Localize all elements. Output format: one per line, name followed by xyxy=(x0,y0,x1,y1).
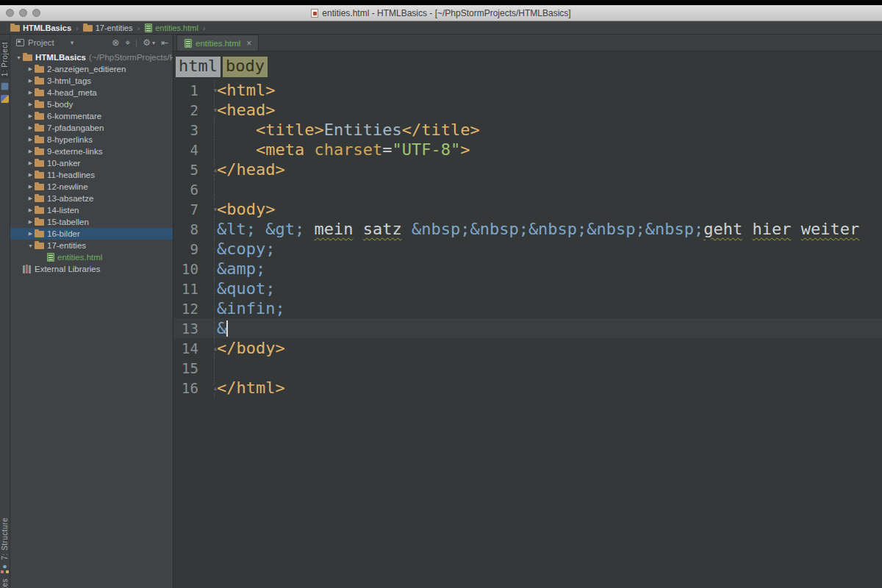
code-line[interactable]: 15 xyxy=(173,358,882,378)
stripe-top: 1: Project xyxy=(1,35,9,103)
folder-icon xyxy=(83,25,93,32)
phpstorm-tool-icon[interactable] xyxy=(1,95,9,103)
editor-breadcrumb-body[interactable]: body xyxy=(223,57,268,77)
fold-up-icon[interactable]: ▵ xyxy=(198,159,215,179)
code-line[interactable]: 9&copy; xyxy=(173,239,882,259)
locate-icon[interactable]: ⌖ xyxy=(125,37,130,48)
hide-panel-icon[interactable]: ⇤ xyxy=(161,37,168,48)
code-line[interactable]: 10&amp; xyxy=(173,259,882,279)
tree-right-arrow-icon[interactable]: ▶ xyxy=(26,66,35,72)
titlebar: entities.html - HTMLBasics - [~/PhpStorm… xyxy=(0,5,882,21)
breadcrumb-item[interactable]: entities.html xyxy=(144,24,198,32)
code-line[interactable]: 7▿<body> xyxy=(173,199,882,219)
tree-right-arrow-icon[interactable]: ▶ xyxy=(26,231,35,237)
fold-gutter xyxy=(198,179,215,199)
tree-item-label: 15-tabellen xyxy=(47,218,89,226)
tree-down-arrow-icon[interactable]: ▼ xyxy=(15,55,23,60)
fold-down-icon[interactable]: ▿ xyxy=(198,199,215,219)
tree-item[interactable]: ▶3-html_tags xyxy=(10,75,173,87)
tree-item[interactable]: ▶2-anzeigen_editieren xyxy=(10,63,173,75)
tree-item-label: 6-kommentare xyxy=(47,112,101,121)
tree-right-arrow-icon[interactable]: ▶ xyxy=(26,160,35,166)
tree-item[interactable]: ▼17-entities xyxy=(10,240,173,251)
code-segment: </title> xyxy=(402,121,480,139)
tree-down-arrow-icon[interactable]: ▼ xyxy=(26,243,35,248)
fold-up-icon[interactable]: ▵ xyxy=(198,338,215,358)
tree-right-arrow-icon[interactable]: ▶ xyxy=(26,196,35,201)
fold-down-icon[interactable]: ▿ xyxy=(198,80,215,100)
project-panel-title[interactable]: Project xyxy=(28,38,54,47)
breadcrumb-item[interactable]: HTMLBasics xyxy=(10,24,71,32)
tree-item[interactable]: ▶14-listen xyxy=(10,204,173,216)
tree-right-arrow-icon[interactable]: ▶ xyxy=(26,148,35,154)
close-circle-icon[interactable]: ⊗ xyxy=(112,37,119,48)
tree-item-label: 17-entities xyxy=(47,241,86,250)
tree-item[interactable]: ▶10-anker xyxy=(10,157,173,169)
tree-right-arrow-icon[interactable]: ▶ xyxy=(26,113,35,119)
breadcrumb-item[interactable]: 17-entities xyxy=(83,24,133,32)
tree-item[interactable]: ▶16-bilder xyxy=(10,228,173,240)
fold-down-icon[interactable]: ▿ xyxy=(198,100,215,120)
code-line[interactable]: 5▵</head> xyxy=(173,159,882,179)
stripe-bottom: 7: Structure 2: Favorites xyxy=(1,516,9,588)
chevron-down-icon[interactable]: ▾ xyxy=(71,39,74,46)
line-number: 6 xyxy=(173,182,198,198)
settings-gear-icon[interactable]: ⚙ xyxy=(143,37,151,48)
code-text: &lt; &gt; mein satz &nbsp;&nbsp;&nbsp;&n… xyxy=(217,220,859,238)
tree-right-arrow-icon[interactable]: ▶ xyxy=(26,184,35,190)
tree-item[interactable]: entities.html xyxy=(10,251,173,263)
code-segment: </body> xyxy=(217,339,285,357)
tool-button-favorites[interactable]: 2: Favorites xyxy=(1,577,9,588)
code-line[interactable]: 14▵</body> xyxy=(173,338,882,358)
fold-up-icon[interactable]: ▵ xyxy=(198,378,215,398)
tree-right-arrow-icon[interactable]: ▶ xyxy=(26,219,35,225)
tree-item[interactable]: ▶11-headlines xyxy=(10,169,173,181)
tree-item[interactable]: ▼HTMLBasics (~/PhpStormProjects/HT xyxy=(10,51,173,63)
tree-item[interactable]: ▶7-pfadangaben xyxy=(10,122,173,134)
tree-right-arrow-icon[interactable]: ▶ xyxy=(26,207,35,213)
code-line[interactable]: 2▿<head> xyxy=(173,100,882,120)
code-line[interactable]: 1▿<html> xyxy=(173,80,882,100)
tree-right-arrow-icon[interactable]: ▶ xyxy=(26,172,35,178)
tree-item-label: 10-anker xyxy=(47,159,80,168)
tree-item[interactable]: ▶13-absaetze xyxy=(10,193,173,204)
tree-right-arrow-icon[interactable]: ▶ xyxy=(26,90,35,96)
code-line[interactable]: 12&infin; xyxy=(173,298,882,318)
tool-button-structure[interactable]: 7: Structure xyxy=(1,516,9,562)
project-tool-icon[interactable] xyxy=(1,82,9,90)
tree-right-arrow-icon[interactable]: ▶ xyxy=(26,78,35,84)
code-editor[interactable]: 1▿<html>2▿<head>3 <title>Entities</title… xyxy=(173,80,882,588)
breadcrumb-label: entities.html xyxy=(155,24,198,32)
line-number: 2 xyxy=(173,102,198,118)
tree-item-label: HTMLBasics xyxy=(35,53,86,62)
code-segment xyxy=(402,220,412,238)
code-line[interactable]: 6 xyxy=(173,179,882,199)
tree-item[interactable]: ▶6-kommentare xyxy=(10,110,173,122)
tree-item[interactable]: ▶4-head_meta xyxy=(10,87,173,98)
tree-item[interactable]: ▶9-externe-links xyxy=(10,146,173,157)
code-line[interactable]: 3 <title>Entities</title> xyxy=(173,120,882,140)
tree-item-label: 5-body xyxy=(47,100,73,109)
tree-right-arrow-icon[interactable]: ▶ xyxy=(26,125,35,131)
tree-item-label: 16-bilder xyxy=(47,229,80,238)
folder-icon xyxy=(35,78,44,85)
code-line[interactable]: 16▵</html> xyxy=(173,378,882,398)
code-segment: > xyxy=(460,140,470,159)
structure-tool-icon[interactable] xyxy=(1,565,9,573)
tree-item[interactable]: ▶5-body xyxy=(10,98,173,110)
code-line[interactable]: 8&lt; &gt; mein satz &nbsp;&nbsp;&nbsp;&… xyxy=(173,219,882,239)
code-line[interactable]: 13& xyxy=(173,318,882,338)
tree-item[interactable]: ▶12-newline xyxy=(10,181,173,193)
tab-entities-html[interactable]: entities.html × xyxy=(176,35,259,51)
tool-button-project[interactable]: 1: Project xyxy=(1,40,9,78)
folder-icon xyxy=(35,90,44,96)
close-tab-icon[interactable]: × xyxy=(246,38,251,49)
tree-right-arrow-icon[interactable]: ▶ xyxy=(26,137,35,143)
code-line[interactable]: 4 <meta charset="UTF-8"> xyxy=(173,140,882,159)
editor-breadcrumb-html[interactable]: html xyxy=(176,57,220,77)
tree-item[interactable]: External Libraries xyxy=(10,263,173,275)
tree-right-arrow-icon[interactable]: ▶ xyxy=(26,101,35,107)
code-line[interactable]: 11&quot; xyxy=(173,279,882,298)
tree-item[interactable]: ▶15-tabellen xyxy=(10,216,173,228)
tree-item[interactable]: ▶8-hyperlinks xyxy=(10,134,173,146)
